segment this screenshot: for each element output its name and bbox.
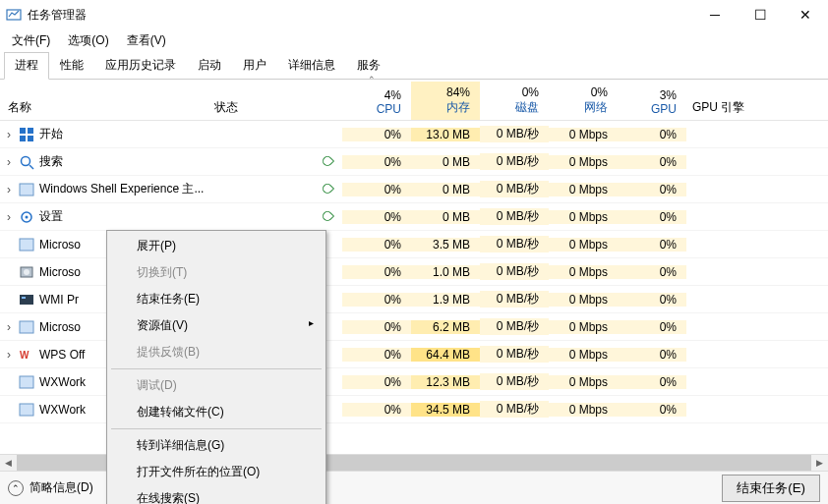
mem-cell: 0 MB xyxy=(411,155,480,169)
svg-rect-2 xyxy=(28,128,33,134)
ctx-dump[interactable]: 创建转储文件(C) xyxy=(109,399,324,425)
expand-icon[interactable]: › xyxy=(0,128,18,141)
fewer-details-label: 简略信息(D) xyxy=(30,479,93,496)
menu-file[interactable]: 文件(F) xyxy=(4,30,58,51)
process-row[interactable]: ›搜索0%0 MB0 MB/秒0 Mbps0% xyxy=(0,148,828,176)
tab-app-history[interactable]: 应用历史记录 xyxy=(94,52,187,80)
ctx-resource[interactable]: 资源值(V) xyxy=(109,312,324,339)
header-cpu[interactable]: ⌃ 4% CPU xyxy=(342,75,411,120)
ctx-search[interactable]: 在线搜索(S) xyxy=(109,485,324,504)
app-icon xyxy=(6,7,22,23)
scroll-left-icon[interactable]: ◀ xyxy=(0,455,17,472)
gpu-cell: 0% xyxy=(618,128,686,141)
process-icon xyxy=(18,127,35,142)
scroll-right-icon[interactable]: ▶ xyxy=(811,455,828,472)
header-network[interactable]: 0% 网络 xyxy=(549,82,618,120)
process-row[interactable]: ›设置0%0 MB0 MB/秒0 Mbps0% xyxy=(0,203,828,231)
process-name: 搜索 xyxy=(35,153,214,170)
mem-cell: 34.5 MB xyxy=(411,403,480,417)
close-button[interactable]: ✕ xyxy=(783,0,828,29)
mem-cell: 0 MB xyxy=(411,183,480,196)
disk-cell: 0 MB/秒 xyxy=(480,373,549,390)
end-task-button[interactable]: 结束任务(E) xyxy=(722,475,820,502)
svg-point-5 xyxy=(22,156,30,165)
process-icon xyxy=(18,237,35,252)
ctx-details[interactable]: 转到详细信息(G) xyxy=(109,432,324,459)
header-memory[interactable]: 84% 内存 xyxy=(411,82,480,120)
gpu-cell: 0% xyxy=(618,183,686,196)
header-name[interactable]: 名称 xyxy=(0,99,214,120)
process-row[interactable]: ›Windows Shell Experience 主...0%0 MB0 MB… xyxy=(0,176,828,203)
maximize-button[interactable]: ☐ xyxy=(738,0,783,29)
process-icon xyxy=(18,292,35,308)
svg-point-9 xyxy=(26,215,29,218)
disk-cell: 0 MB/秒 xyxy=(480,153,549,170)
gpu-cell: 0% xyxy=(618,348,686,362)
svg-rect-1 xyxy=(20,128,26,134)
header-disk[interactable]: 0% 磁盘 xyxy=(480,82,549,120)
gpu-cell: 0% xyxy=(618,293,686,307)
process-row[interactable]: ›开始0%13.0 MB0 MB/秒0 Mbps0% xyxy=(0,121,828,148)
gpu-cell: 0% xyxy=(618,155,686,169)
mem-cell: 12.3 MB xyxy=(411,375,480,389)
tab-startup[interactable]: 启动 xyxy=(187,52,232,80)
header-gpu[interactable]: 3% GPU xyxy=(618,84,686,120)
expand-icon[interactable]: › xyxy=(0,183,18,196)
ctx-expand[interactable]: 展开(P) xyxy=(109,233,324,259)
cpu-cell: 0% xyxy=(342,128,411,141)
menu-view[interactable]: 查看(V) xyxy=(119,30,174,51)
svg-rect-15 xyxy=(20,321,33,333)
net-cell: 0 Mbps xyxy=(549,238,618,252)
svg-point-12 xyxy=(24,269,30,275)
window-controls: ─ ☐ ✕ xyxy=(692,0,828,29)
cpu-cell: 0% xyxy=(342,265,411,279)
gpu-cell: 0% xyxy=(618,320,686,334)
tab-users[interactable]: 用户 xyxy=(232,52,277,80)
cpu-cell: 0% xyxy=(342,320,411,334)
net-cell: 0 Mbps xyxy=(549,403,618,417)
minimize-button[interactable]: ─ xyxy=(692,0,738,29)
ctx-switchto: 切换到(T) xyxy=(109,259,324,286)
expand-icon[interactable]: › xyxy=(0,155,18,169)
cpu-cell: 0% xyxy=(342,403,411,417)
net-cell: 0 Mbps xyxy=(549,375,618,389)
process-status xyxy=(214,210,342,224)
net-percent: 0% xyxy=(549,82,608,99)
tab-performance[interactable]: 性能 xyxy=(49,52,94,80)
mem-cell: 13.0 MB xyxy=(411,128,480,141)
net-cell: 0 Mbps xyxy=(549,155,618,169)
separator xyxy=(111,368,322,369)
svg-rect-14 xyxy=(22,297,26,299)
gpu-cell: 0% xyxy=(618,375,686,389)
header-status[interactable]: 状态 xyxy=(214,99,342,120)
cpu-percent: 4% xyxy=(342,84,401,102)
svg-rect-17 xyxy=(20,376,33,388)
ctx-debug: 调试(D) xyxy=(109,372,324,399)
process-icon xyxy=(18,209,35,225)
expand-icon[interactable]: › xyxy=(0,320,18,334)
process-icon xyxy=(18,264,35,280)
svg-text:W: W xyxy=(20,350,30,361)
process-status xyxy=(214,155,342,169)
process-icon xyxy=(18,154,35,170)
expand-icon[interactable]: › xyxy=(0,348,18,362)
ctx-endtask[interactable]: 结束任务(E) xyxy=(109,286,324,312)
svg-rect-10 xyxy=(20,239,33,251)
tab-details[interactable]: 详细信息 xyxy=(277,52,346,80)
process-status xyxy=(214,183,342,196)
fewer-details[interactable]: ⌃ 简略信息(D) xyxy=(8,479,93,496)
disk-cell: 0 MB/秒 xyxy=(480,263,549,280)
expand-icon[interactable]: › xyxy=(0,210,18,224)
ctx-openloc[interactable]: 打开文件所在的位置(O) xyxy=(109,459,324,485)
gpu-percent: 3% xyxy=(618,84,677,102)
disk-cell: 0 MB/秒 xyxy=(480,126,549,142)
separator xyxy=(111,428,322,429)
menu-options[interactable]: 选项(O) xyxy=(60,30,116,51)
cpu-cell: 0% xyxy=(342,375,411,389)
tab-processes[interactable]: 进程 xyxy=(4,52,49,80)
chevron-up-icon: ⌃ xyxy=(8,480,24,496)
svg-rect-3 xyxy=(20,136,26,141)
net-cell: 0 Mbps xyxy=(549,183,618,196)
leaf-icon xyxy=(321,153,334,167)
header-gpu-engine[interactable]: GPU 引擎 xyxy=(686,99,804,120)
